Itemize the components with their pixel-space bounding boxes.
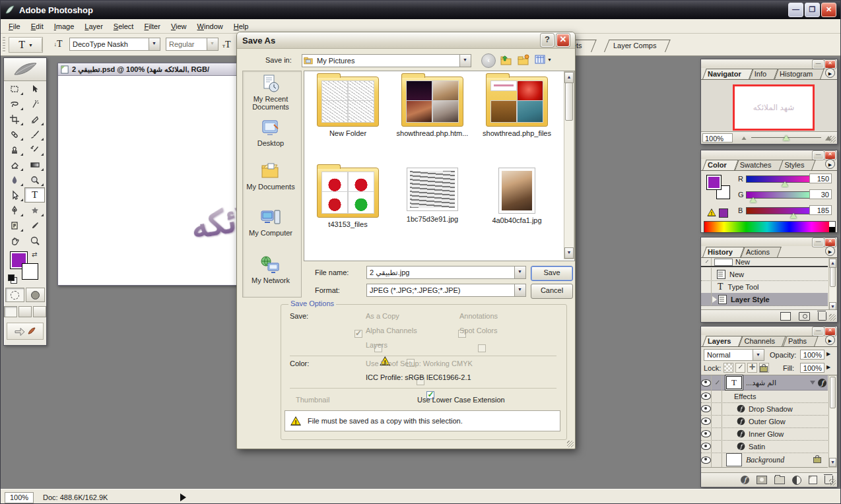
green-value[interactable]: 30 (809, 189, 832, 199)
gradient-tool[interactable] (24, 157, 45, 172)
add-layer-mask-button[interactable] (757, 476, 767, 484)
fill-value[interactable]: 100% (800, 363, 824, 373)
red-slider-thumb[interactable] (782, 181, 788, 187)
blend-mode-select[interactable]: Normal (704, 349, 764, 361)
background-layer-thumbnail[interactable] (726, 453, 742, 466)
opacity-value[interactable]: 100% (800, 350, 824, 360)
menu-file[interactable]: File (3, 20, 26, 32)
tab-channels[interactable]: Channels (739, 336, 782, 346)
zoom-slider-thumb[interactable] (783, 135, 790, 141)
tab-swatches[interactable]: Swatches (735, 160, 780, 170)
scroll-up-arrow[interactable]: ▲ (829, 259, 836, 268)
tab-histogram[interactable]: Histogram (774, 69, 821, 79)
dialog-title-bar[interactable]: Save As ? ✕ (237, 32, 575, 49)
new-layer-button[interactable] (809, 476, 817, 484)
options-bar-grip[interactable] (3, 37, 5, 53)
blue-slider-thumb[interactable] (790, 213, 797, 218)
brush-tool[interactable] (24, 127, 45, 142)
menu-window[interactable]: Window (192, 20, 228, 32)
place-my-network[interactable]: My Network (242, 255, 299, 284)
tab-layer-comps[interactable]: Layer Comps (604, 40, 665, 52)
spectrum-white-swatch[interactable] (829, 222, 835, 227)
palette-resize-grip[interactable] (829, 314, 836, 321)
lock-all-button[interactable] (759, 363, 769, 373)
file-list[interactable]: New Folder showthread.php.htm... (304, 71, 575, 261)
blue-slider-track[interactable] (746, 207, 813, 214)
close-button[interactable]: ✕ (821, 3, 836, 17)
place-my-recent-documents[interactable]: My Recent Documents (242, 74, 299, 111)
visibility-eye-icon[interactable] (701, 457, 711, 464)
color-foreground-swatch[interactable] (706, 175, 722, 190)
scroll-down-arrow[interactable]: ▼ (564, 247, 574, 259)
place-my-documents[interactable]: My Documents (242, 162, 299, 191)
green-slider-thumb[interactable] (750, 197, 757, 203)
tab-styles[interactable]: Styles (779, 160, 812, 170)
swap-colors-icon[interactable]: ⇄ (32, 251, 37, 258)
quick-mask-mode-button[interactable] (26, 288, 45, 302)
palette-menu-button[interactable] (825, 246, 835, 256)
edit-in-imageready-button[interactable] (7, 323, 44, 340)
status-zoom-field[interactable]: 100% (5, 492, 34, 503)
font-family-dropdown-arrow[interactable] (149, 38, 160, 50)
standard-mode-button[interactable] (5, 288, 24, 302)
layer-row-drop-shadow[interactable]: Drop Shadow (701, 402, 828, 416)
history-item[interactable]: New (701, 268, 828, 281)
file-name-input[interactable]: 2 تطبيقي.jpg (366, 266, 526, 279)
scrollbar-thumb[interactable] (830, 267, 836, 287)
new-snapshot-button[interactable] (799, 312, 810, 321)
effects-collapse-arrow[interactable] (810, 381, 815, 385)
format-select[interactable]: JPEG (*.JPG;*.JPEG;*.JPE) (366, 284, 526, 297)
layer-style-fx-icon[interactable] (818, 379, 826, 387)
menu-edit[interactable]: Edit (26, 20, 49, 32)
palette-resize-grip[interactable] (829, 136, 836, 142)
menu-filter[interactable]: Filter (139, 20, 165, 32)
font-family-select[interactable]: DecoType Naskh (69, 38, 160, 51)
default-colors-icon[interactable] (8, 274, 17, 284)
move-tool[interactable] (24, 81, 45, 96)
file-tile[interactable]: t43153_files (310, 168, 386, 228)
palette-menu-button[interactable] (825, 335, 835, 345)
visibility-eye-icon[interactable] (701, 393, 711, 400)
tab-history[interactable]: History (702, 247, 741, 257)
eraser-tool[interactable] (4, 157, 24, 172)
layer-row-effects[interactable]: Effects (701, 390, 828, 403)
type-tool-preset-button[interactable]: T ▼ (9, 37, 43, 53)
scroll-down-arrow[interactable]: ▼ (829, 458, 836, 467)
menu-image[interactable]: Image (49, 20, 80, 32)
layer-row-inner-glow[interactable]: Inner Glow (701, 427, 828, 441)
new-group-button[interactable] (774, 476, 785, 484)
pen-tool[interactable] (4, 203, 24, 218)
history-source-cell[interactable] (701, 268, 712, 280)
palette-title-bar[interactable]: — ✕ (701, 150, 837, 159)
standard-screen-mode-button[interactable] (4, 306, 17, 317)
fullscreen-mode-button[interactable] (33, 306, 46, 317)
save-button[interactable]: Save (531, 266, 573, 281)
eyedropper-tool[interactable] (24, 218, 45, 233)
type-tool[interactable]: T (24, 187, 45, 203)
layer-row-background[interactable]: Background (701, 453, 828, 468)
file-tile[interactable]: 1bc75d3e91.jpg (394, 168, 471, 223)
menu-select[interactable]: Select (108, 20, 139, 32)
blur-tool[interactable] (4, 172, 24, 187)
navigator-zoom-slider[interactable] (751, 132, 821, 144)
navigator-proxy-view[interactable]: شهد الملائكه (733, 84, 815, 131)
palette-menu-button[interactable] (825, 159, 835, 169)
history-state-pointer[interactable] (712, 296, 717, 303)
file-tile[interactable]: New Folder (310, 77, 386, 137)
spectrum-black-swatch[interactable] (829, 227, 835, 232)
slice-tool[interactable] (24, 111, 45, 127)
opacity-arrow-icon[interactable]: ▶ (826, 351, 830, 357)
file-list-scrollbar[interactable]: ▲ ▼ (564, 71, 574, 259)
tab-layers[interactable]: Layers (702, 336, 739, 346)
visibility-eye-icon[interactable] (701, 443, 711, 450)
text-orientation-button[interactable]: ↓T (47, 37, 69, 51)
layers-scrollbar[interactable]: ▼ (828, 375, 837, 468)
new-document-from-state-button[interactable] (780, 312, 791, 321)
fullscreen-menubar-mode-button[interactable] (18, 306, 32, 317)
custom-shape-tool[interactable] (24, 203, 45, 218)
zoom-tool[interactable] (24, 233, 45, 248)
palette-title-bar[interactable]: — ✕ (701, 237, 837, 246)
navigator-zoom-field[interactable]: 100% (702, 133, 733, 142)
save-in-dropdown-arrow[interactable] (459, 55, 471, 67)
add-layer-style-button[interactable] (741, 476, 749, 484)
